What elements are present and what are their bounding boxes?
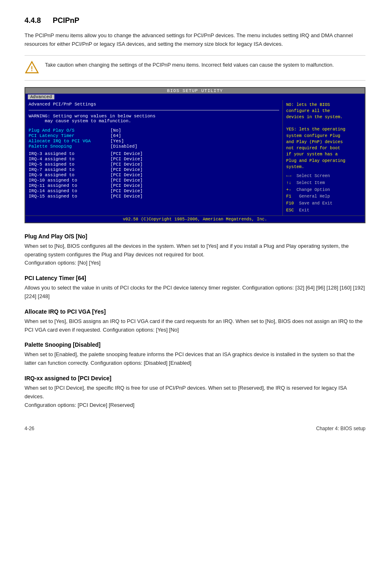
caution-box: ! Take caution when changing the setting… xyxy=(25,55,365,81)
bios-setting-pci-latency: PCI Latency Timer [64] xyxy=(29,133,279,138)
bios-irq-11: IRQ-11 assigned to [PCI Device] xyxy=(29,183,279,188)
bios-setting-palette: Palette Snooping [Disabled] xyxy=(29,144,279,149)
section-number: 4.4.8 xyxy=(25,16,41,25)
bios-help-text: NO: lets the BIOS configure all the devi… xyxy=(286,102,361,170)
bios-irq-9: IRQ-9 assigned to [PCI Device] xyxy=(29,173,279,177)
footer-page-number: 4-26 xyxy=(25,426,34,431)
subsection-palette-snooping-text: When set to [Enabled], the palette snoop… xyxy=(25,350,365,368)
bios-right-panel: NO: lets the BIOS configure all the devi… xyxy=(283,100,365,215)
subsection-pci-latency: PCI Latency Timer [64] Allows you to sel… xyxy=(25,275,365,301)
subsection-pci-latency-title: PCI Latency Timer [64] xyxy=(25,275,365,281)
subsection-allocate-irq: Allocate IRQ to PCI VGA [Yes] When set t… xyxy=(25,308,365,334)
page-footer: 4-26 Chapter 4: BIOS setup xyxy=(25,426,365,431)
bios-title-bar: BIOS SETUP UTILITY xyxy=(25,88,365,94)
bios-irq-14: IRQ-14 assigned to [PCI Device] xyxy=(29,189,279,193)
subsection-plug-and-play-text: When set to [No], BIOS configures all th… xyxy=(25,242,365,267)
bios-setting-allocate-irq: Allocate IRQ to PCI VGA [Yes] xyxy=(29,139,279,144)
bios-left-panel: Advanced PCI/PnP Settings WARNING: Setti… xyxy=(25,100,283,215)
bios-nav-help: ←→ Select Screen ↑↓ Select Item +- Chang… xyxy=(286,173,361,214)
subsection-allocate-irq-text: When set to [Yes], BIOS assigns an IRQ t… xyxy=(25,317,365,334)
subsection-plug-and-play-title: Plug And Play O/S [No] xyxy=(25,233,365,240)
bios-irq-7: IRQ-7 assigned to [PCI Device] xyxy=(29,167,279,172)
bios-irq-4: IRQ-4 assigned to [PCI Device] xyxy=(29,157,279,162)
footer-chapter: Chapter 4: BIOS setup xyxy=(316,426,365,431)
intro-text: The PCIPnP menu items allow you to chang… xyxy=(25,31,365,49)
bios-screen: BIOS SETUP UTILITY Advanced Advanced PCI… xyxy=(25,87,365,223)
bios-nav-save-exit: F10 Save and Exit xyxy=(286,200,361,207)
bios-irq-15: IRQ-15 assigned to [PCI Device] xyxy=(29,194,279,199)
subsection-irq-assigned-text: When set to [PCI Device], the specific I… xyxy=(25,384,365,409)
bios-warning-line1: WARNING: Setting wrong values in below s… xyxy=(29,114,279,123)
bios-nav-change-option: +- Change Option xyxy=(286,186,361,193)
subsection-irq-assigned: IRQ-xx assigned to [PCI Device] When set… xyxy=(25,375,365,409)
subsection-palette-snooping: Palette Snooping [Disabled] When set to … xyxy=(25,341,365,368)
section-title: 4.4.8 PCIPnP xyxy=(25,16,365,25)
svg-text:!: ! xyxy=(31,65,33,72)
bios-nav-select-screen: ←→ Select Screen xyxy=(286,173,361,180)
bios-nav-general-help: F1 General Help xyxy=(286,193,361,200)
bios-nav-exit: ESC Exit xyxy=(286,207,361,214)
bios-nav-select-item: ↑↓ Select Item xyxy=(286,180,361,186)
bios-irq-10: IRQ-10 assigned to [PCI Device] xyxy=(29,178,279,183)
subsection-allocate-irq-title: Allocate IRQ to PCI VGA [Yes] xyxy=(25,308,365,315)
bios-irq-5: IRQ-5 assigned to [PCI Device] xyxy=(29,162,279,167)
subsection-pci-latency-text: Allows you to select the value in units … xyxy=(25,284,365,301)
bios-body: Advanced PCI/PnP Settings WARNING: Setti… xyxy=(25,100,365,215)
bios-footer: v02.58 (C)Copyright 1985-2006, American … xyxy=(25,215,365,222)
caution-icon: ! xyxy=(25,61,39,75)
bios-tab-row: Advanced xyxy=(25,94,365,100)
bios-tab-advanced: Advanced xyxy=(28,94,54,99)
subsection-palette-snooping-title: Palette Snooping [Disabled] xyxy=(25,341,365,348)
bios-setting-plug-play: Plug And Play O/S [No] xyxy=(29,128,279,133)
section-name: PCIPnP xyxy=(53,16,79,25)
bios-irq-3: IRQ-3 assigned to [PCI Device] xyxy=(29,151,279,156)
bios-section-header: Advanced PCI/PnP Settings xyxy=(29,102,279,107)
caution-text: Take caution when changing the settings … xyxy=(45,61,334,69)
subsection-plug-and-play: Plug And Play O/S [No] When set to [No],… xyxy=(25,233,365,267)
subsection-irq-assigned-title: IRQ-xx assigned to [PCI Device] xyxy=(25,375,365,382)
